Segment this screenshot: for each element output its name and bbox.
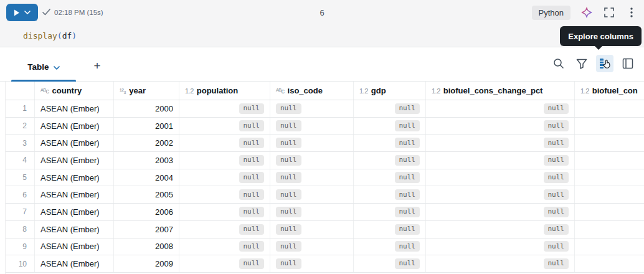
column-header-population[interactable]: 1.2population <box>179 82 270 100</box>
kebab-menu-icon[interactable] <box>625 6 638 19</box>
run-chevron-down-icon[interactable] <box>24 11 31 14</box>
cell-iso_code: null <box>270 204 354 220</box>
tab-chevron-down-icon[interactable] <box>54 61 60 72</box>
cell-biofuel_cons_change_pct: null <box>426 239 575 255</box>
column-header-year[interactable]: ¹²₃year <box>114 82 179 100</box>
data-grid[interactable]: ᴬᴮᴄcountry¹²₃year1.2populationᴬᴮᴄiso_cod… <box>5 82 644 274</box>
float-type-icon: 1.2 <box>359 87 368 95</box>
cell-biofuel_con <box>575 135 644 151</box>
cell-population: null <box>179 152 270 169</box>
cell-biofuel_cons_change_pct: null <box>426 135 575 151</box>
cell-iso_code: null <box>270 186 354 203</box>
cell-biofuel_con <box>575 152 644 169</box>
result-tab-bar: Table + <box>0 47 644 82</box>
explore-columns-icon[interactable] <box>596 55 613 72</box>
cell-country: ASEAN (Ember) <box>35 152 114 169</box>
cell-gdp: null <box>354 186 426 203</box>
table-row[interactable]: 10ASEAN (Ember)2009nullnullnullnull <box>6 255 644 273</box>
column-header-country[interactable]: ᴬᴮᴄcountry <box>35 82 114 100</box>
null-value-badge: null <box>395 241 420 252</box>
null-value-badge: null <box>395 155 420 166</box>
row-number: 3 <box>6 135 35 151</box>
add-visualization-button[interactable]: + <box>88 57 106 75</box>
play-icon <box>14 9 20 16</box>
null-value-badge: null <box>239 138 265 148</box>
cell-country: ASEAN (Ember) <box>35 169 114 186</box>
column-header-biofuel_con[interactable]: 1.2biofuel_con <box>575 82 644 100</box>
cell-country: ASEAN (Ember) <box>35 118 114 135</box>
cell-iso_code: null <box>270 118 354 135</box>
null-value-badge: null <box>276 155 301 166</box>
cell-population: null <box>179 118 270 135</box>
fullscreen-icon[interactable] <box>603 6 615 19</box>
cell-country: ASEAN (Ember) <box>35 186 114 203</box>
cell-year: 2009 <box>114 255 179 272</box>
column-name: year <box>129 86 146 95</box>
table-row[interactable]: 2ASEAN (Ember)2001nullnullnullnull <box>6 118 644 135</box>
cell-year: 2003 <box>114 152 179 169</box>
null-value-badge: null <box>276 224 301 235</box>
cell-gdp: null <box>354 255 426 272</box>
column-name: gdp <box>371 86 386 95</box>
table-row[interactable]: 5ASEAN (Ember)2004nullnullnullnull <box>6 169 644 187</box>
table-row[interactable]: 8ASEAN (Ember)2007nullnullnullnull <box>6 221 644 239</box>
cell-year: 2002 <box>114 135 179 151</box>
null-value-badge: null <box>544 224 569 235</box>
code-line[interactable]: display(df) <box>0 25 644 47</box>
cell-population: null <box>179 169 270 186</box>
table-row[interactable]: 7ASEAN (Ember)2006nullnullnullnull <box>6 204 644 221</box>
null-value-badge: null <box>276 241 301 252</box>
cell-biofuel_con <box>575 239 644 255</box>
cell-population: null <box>179 221 270 238</box>
null-value-badge: null <box>544 155 569 166</box>
cell-biofuel_cons_change_pct: null <box>426 255 575 272</box>
tab-table[interactable]: Table <box>11 54 76 80</box>
column-header-gdp[interactable]: 1.2gdp <box>354 82 426 100</box>
search-icon[interactable] <box>550 55 567 72</box>
null-value-badge: null <box>239 258 265 269</box>
language-selector[interactable]: Python <box>532 6 571 20</box>
table-header-row: ᴬᴮᴄcountry¹²₃year1.2populationᴬᴮᴄiso_cod… <box>6 82 644 100</box>
cell-country: ASEAN (Ember) <box>35 135 114 151</box>
cell-population: null <box>179 239 270 255</box>
table-row[interactable]: 3ASEAN (Ember)2002nullnullnullnull <box>6 135 644 152</box>
table-row[interactable]: 4ASEAN (Ember)2003nullnullnullnull <box>6 152 644 169</box>
cell-iso_code: null <box>270 239 354 255</box>
table-row[interactable]: 6ASEAN (Ember)2005nullnullnullnull <box>6 186 644 204</box>
success-check-icon <box>42 9 50 17</box>
row-number: 6 <box>6 186 35 203</box>
cell-gdp: null <box>354 204 426 220</box>
cell-biofuel_con <box>575 255 644 272</box>
code-token: ( <box>57 31 62 40</box>
cell-iso_code: null <box>270 135 354 151</box>
null-value-badge: null <box>239 189 265 200</box>
null-value-badge: null <box>239 103 265 114</box>
null-value-badge: null <box>395 103 420 114</box>
null-value-badge: null <box>276 120 301 131</box>
row-number-header <box>6 82 35 100</box>
table-row[interactable]: 1ASEAN (Ember)2000nullnullnullnull <box>6 100 644 118</box>
tooltip-explore-columns: Explore columns <box>560 26 642 46</box>
side-panel-icon[interactable] <box>619 55 637 72</box>
cell-country: ASEAN (Ember) <box>35 204 114 220</box>
column-header-iso_code[interactable]: ᴬᴮᴄiso_code <box>270 82 354 100</box>
assistant-sparkle-icon[interactable] <box>580 6 593 19</box>
null-value-badge: null <box>239 120 265 131</box>
row-number: 10 <box>6 255 35 272</box>
cell-country: ASEAN (Ember) <box>35 239 114 255</box>
float-type-icon: 1.2 <box>580 87 589 95</box>
cell-population: null <box>179 100 270 117</box>
null-value-badge: null <box>276 258 301 269</box>
column-header-biofuel_cons_change_pct[interactable]: 1.2biofuel_cons_change_pct <box>426 82 575 100</box>
null-value-badge: null <box>239 172 265 182</box>
null-value-badge: null <box>544 258 569 269</box>
table-row[interactable]: 9ASEAN (Ember)2008nullnullnullnull <box>6 239 644 256</box>
tooltip-arrow <box>594 45 603 50</box>
cell-biofuel_cons_change_pct: null <box>426 169 575 186</box>
run-button[interactable] <box>6 4 38 21</box>
cell-biofuel_con <box>575 100 644 117</box>
filter-icon[interactable] <box>573 55 590 72</box>
column-name: biofuel_cons_change_pct <box>443 86 543 95</box>
cell-command-block: 6 02:18 PM (15s) Python <box>0 0 644 47</box>
cell-gdp: null <box>354 100 426 117</box>
